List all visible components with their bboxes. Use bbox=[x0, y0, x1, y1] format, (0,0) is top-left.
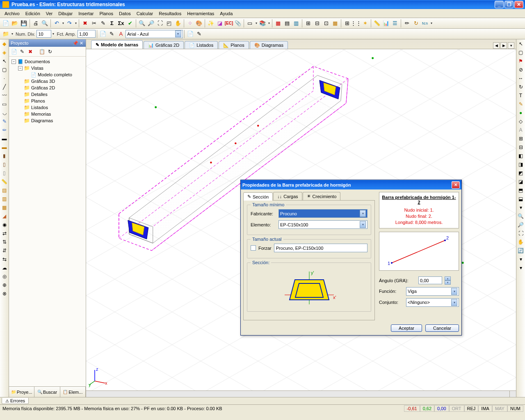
rvtool-m2-icon[interactable]: ⊟ bbox=[517, 144, 525, 151]
bottom-tab-errores[interactable]: ⚠ Errores bbox=[2, 398, 29, 404]
print-icon[interactable]: 🖨 bbox=[31, 19, 40, 28]
menu-archivo[interactable]: Archivo bbox=[2, 10, 23, 17]
proj-refresh-icon[interactable]: ↻ bbox=[46, 48, 54, 55]
doc-tab-modelo[interactable]: ✎ Modelo de barras bbox=[91, 40, 143, 49]
doc-tb-icon[interactable]: 📄 bbox=[98, 30, 107, 39]
tab-nav-prev[interactable]: ◀ bbox=[493, 42, 500, 49]
rvtool-m7-icon[interactable]: ⬒ bbox=[517, 187, 525, 194]
forzar-checkbox[interactable] bbox=[251, 245, 256, 251]
status-rej[interactable]: REJ bbox=[464, 405, 479, 412]
aceptar-button[interactable]: Aceptar bbox=[391, 324, 422, 332]
tree-detalles[interactable]: Detalles bbox=[10, 91, 85, 98]
tree-root[interactable]: −📘Documentos bbox=[10, 58, 85, 65]
menu-datos[interactable]: Datos bbox=[116, 10, 134, 17]
doc-tab-planos[interactable]: 📐 Planos bbox=[219, 41, 249, 49]
array-icon[interactable]: ▦ bbox=[331, 19, 340, 28]
nodes-icon[interactable]: ⁘ bbox=[185, 19, 194, 28]
rvtool-m6-icon[interactable]: ◪ bbox=[517, 178, 525, 185]
layers-icon[interactable]: 📚 bbox=[258, 19, 267, 28]
grid2-icon[interactable]: ▤ bbox=[283, 19, 292, 28]
star-icon[interactable]: ✶ bbox=[361, 19, 370, 28]
rvtool-more-icon[interactable]: ▾ bbox=[517, 264, 525, 272]
dialog-titlebar[interactable]: Propiedades de la Barra prefabricada de … bbox=[241, 180, 461, 189]
cancelar-button[interactable]: Cancelar bbox=[425, 324, 459, 332]
vtool-orange2-icon[interactable]: ◈ bbox=[1, 49, 8, 56]
vtool-flow1-icon[interactable]: ⇄ bbox=[1, 230, 8, 237]
tree-memorias[interactable]: Memorias bbox=[10, 111, 85, 117]
menu-edicion[interactable]: Edición bbox=[23, 10, 43, 17]
redo-icon[interactable]: ↷ bbox=[65, 19, 74, 28]
funcion-select[interactable]: Viga▾ bbox=[406, 287, 459, 296]
rvtool-shape-icon[interactable]: ◇ bbox=[517, 118, 525, 125]
rvtool-zoomp-icon[interactable]: 🔍 bbox=[517, 212, 525, 220]
numdiv-input[interactable] bbox=[37, 30, 51, 38]
nn-icon[interactable]: N:n bbox=[420, 19, 429, 28]
vtool-stairs-icon[interactable]: ◢ bbox=[1, 212, 8, 220]
wand-icon[interactable]: ✨ bbox=[206, 19, 215, 28]
new-icon[interactable]: 📄 bbox=[1, 19, 10, 28]
status-ort[interactable]: ORT bbox=[449, 405, 464, 412]
tree-vistas[interactable]: −Vistas bbox=[10, 65, 85, 71]
rvtool-pen-icon[interactable]: ✎ bbox=[517, 100, 525, 108]
properties-icon[interactable]: ✎ bbox=[98, 19, 107, 28]
project-tab-buscar[interactable]: 🔍Buscar bbox=[34, 387, 60, 397]
menu-dibujar[interactable]: Dibujar bbox=[55, 10, 75, 17]
rvtool-m3-icon[interactable]: ◧ bbox=[517, 152, 525, 160]
shape-rect-icon[interactable]: ▭ bbox=[245, 19, 254, 28]
rvtool-dropdown1-icon[interactable]: ▾ bbox=[517, 204, 525, 211]
rvtool-dim-icon[interactable]: ↔ bbox=[517, 75, 525, 82]
chart-icon[interactable]: 📊 bbox=[381, 19, 390, 28]
redo-dropdown[interactable]: ▾ bbox=[74, 19, 78, 28]
vtool-hatch2-icon[interactable]: ▥ bbox=[1, 195, 8, 203]
vtool-brush-icon[interactable]: ▬ bbox=[1, 144, 8, 151]
project-tree[interactable]: −📘Documentos −Vistas Modelo completo Grá… bbox=[9, 57, 86, 386]
rvtool-m4-icon[interactable]: ◨ bbox=[517, 161, 525, 168]
vtool-line-icon[interactable]: ╱ bbox=[1, 83, 8, 91]
open-icon[interactable]: 📂 bbox=[10, 19, 19, 28]
angulo-input[interactable] bbox=[418, 276, 442, 284]
vtool-misc1-icon[interactable]: ◎ bbox=[1, 273, 8, 280]
vtool-cloud-icon[interactable]: ☁ bbox=[1, 264, 8, 272]
dialog-tab-crecimiento[interactable]: ☀ Crecimiento bbox=[303, 192, 341, 200]
refresh-icon[interactable]: ↻ bbox=[411, 19, 420, 28]
doc-tab-g2d[interactable]: 📊 Gráficas 2D bbox=[144, 41, 184, 49]
vtool-misc3-icon[interactable]: ⊗ bbox=[1, 290, 8, 297]
edit-icon[interactable]: ✏ bbox=[402, 19, 411, 28]
menu-resultados[interactable]: Resultados bbox=[156, 10, 184, 17]
proj-new-icon[interactable]: 📄 bbox=[10, 48, 18, 55]
menu-insertar[interactable]: Insertar bbox=[75, 10, 96, 17]
window-minimize-button[interactable]: _ bbox=[495, 1, 504, 8]
cut-icon[interactable]: ✂ bbox=[89, 19, 98, 28]
vtool-misc2-icon[interactable]: ⊕ bbox=[1, 281, 8, 289]
tree-modelo-completo[interactable]: Modelo completo bbox=[10, 71, 85, 78]
distribute1-icon[interactable]: ⊟ bbox=[313, 19, 322, 28]
font-color-icon[interactable]: A bbox=[116, 30, 126, 39]
doc2-tb-icon[interactable]: 📄 bbox=[186, 30, 195, 39]
menu-ver[interactable]: Ver bbox=[43, 10, 56, 17]
sigma-icon[interactable]: Σ bbox=[107, 19, 116, 28]
zoom-fit-icon[interactable]: ⛶ bbox=[155, 19, 164, 28]
layers-dropdown[interactable]: ▾ bbox=[267, 19, 271, 28]
zoom-window-icon[interactable]: ◰ bbox=[164, 19, 173, 28]
vtool-pen-icon[interactable]: ✎ bbox=[1, 118, 8, 125]
tab-nav-menu[interactable]: ▾ bbox=[508, 42, 514, 49]
ruler-icon[interactable]: 📏 bbox=[372, 19, 381, 28]
project-tab-elementos[interactable]: 📋Elem... bbox=[60, 387, 86, 397]
rvtool-m1-icon[interactable]: ⊞ bbox=[517, 135, 525, 142]
rvtool-pan-icon[interactable]: ✋ bbox=[517, 238, 525, 246]
rvtool-a-icon[interactable]: A bbox=[517, 126, 525, 134]
proj-delete-icon[interactable]: ✖ bbox=[27, 48, 34, 55]
vtool-pick-icon[interactable]: ↖ bbox=[1, 57, 8, 65]
vtool-arc-icon[interactable]: ◡ bbox=[1, 109, 8, 116]
numdiv-spinner[interactable]: ▾ bbox=[51, 30, 55, 39]
list-icon[interactable]: ☰ bbox=[390, 19, 399, 28]
vtool-rect-icon[interactable]: ▭ bbox=[1, 100, 8, 108]
vtool-select-icon[interactable]: ▢ bbox=[1, 66, 8, 73]
vtool-flow2-icon[interactable]: ⇅ bbox=[1, 238, 8, 246]
rvtool-text-icon[interactable]: T bbox=[517, 92, 525, 99]
vtool-brown1-icon[interactable]: ▮ bbox=[1, 152, 8, 160]
rvtool-orbit-icon[interactable]: 🔄 bbox=[517, 247, 525, 254]
rvtool-zoomm-icon[interactable]: 🔎 bbox=[517, 221, 525, 228]
undo-dropdown[interactable]: ▾ bbox=[61, 19, 65, 28]
shape-dropdown[interactable]: ▾ bbox=[254, 19, 258, 28]
